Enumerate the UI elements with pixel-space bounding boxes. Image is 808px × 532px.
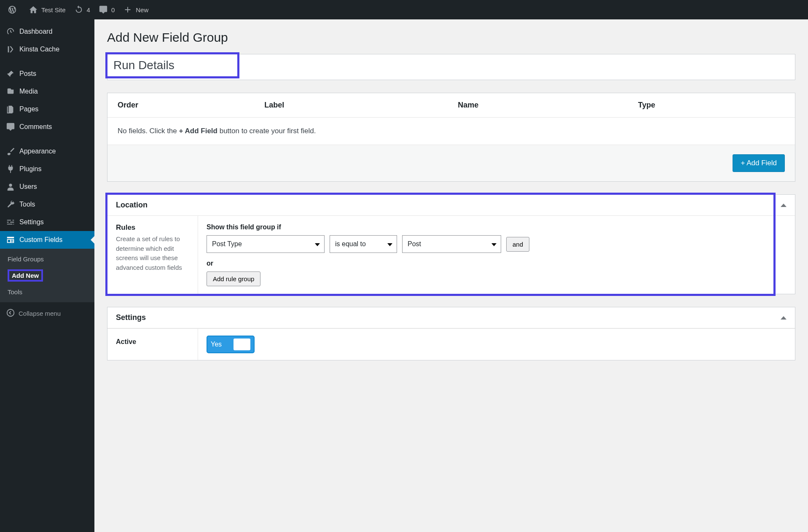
col-type: Type: [638, 101, 785, 110]
menu-appearance[interactable]: Appearance: [0, 142, 94, 160]
submenu-add-new-label: Add New: [8, 269, 43, 282]
updates-count: 4: [87, 6, 90, 13]
fields-header: Order Label Name Type: [107, 93, 795, 118]
home-icon: [29, 5, 38, 14]
comments-link[interactable]: 0: [94, 0, 119, 19]
settings-title-row: Settings: [107, 307, 795, 328]
submenu-field-groups[interactable]: Field Groups: [0, 252, 94, 266]
wordpress-icon: [8, 5, 17, 14]
new-label: New: [136, 6, 148, 13]
show-if-label: Show this field group if: [207, 223, 787, 231]
menu-pages[interactable]: Pages: [0, 100, 94, 118]
menu-tools[interactable]: Tools: [0, 196, 94, 213]
menu-settings[interactable]: Settings: [0, 213, 94, 231]
col-name: Name: [458, 101, 638, 110]
location-rules-desc: Rules Create a set of rules to determine…: [107, 216, 198, 294]
active-toggle-label: Yes: [211, 341, 222, 348]
settings-toggle-icon[interactable]: [781, 316, 787, 320]
pin-icon: [6, 69, 17, 78]
new-content-link[interactable]: New: [119, 0, 153, 19]
menu-dashboard[interactable]: Dashboard: [0, 23, 94, 40]
site-name-link[interactable]: Test Site: [24, 0, 70, 19]
or-label: or: [207, 260, 787, 267]
comments-count: 0: [111, 6, 115, 13]
dashboard-icon: [6, 27, 17, 36]
pages-icon: [6, 105, 17, 114]
location-box: Location Rules Create a set of rules to …: [107, 194, 795, 294]
location-toggle-icon[interactable]: [781, 204, 787, 207]
title-row: [107, 54, 795, 80]
rules-description: Create a set of rules to determine which…: [116, 234, 189, 272]
menu-media[interactable]: Media: [0, 83, 94, 100]
location-rules-area: Show this field group if Post Type is eq…: [198, 216, 795, 294]
menu-comments[interactable]: Comments: [0, 118, 94, 136]
custom-fields-submenu: Field Groups Add New Tools: [0, 249, 94, 302]
rule-param-select[interactable]: Post Type: [207, 235, 325, 253]
settings-title: Settings: [116, 313, 146, 322]
add-field-button[interactable]: + Add Field: [733, 154, 785, 172]
kinsta-icon: [6, 45, 17, 54]
col-label: Label: [264, 101, 458, 110]
fields-empty-message: No fields. Click the + Add Field button …: [107, 118, 795, 145]
main-content: Add New Field Group Order Label Name Typ…: [94, 19, 808, 532]
user-icon: [6, 182, 17, 191]
rule-value-select[interactable]: Post: [402, 235, 501, 253]
title-highlight: [105, 52, 239, 78]
comment-icon: [99, 5, 108, 14]
svg-point-0: [7, 309, 14, 317]
menu-posts[interactable]: Posts: [0, 65, 94, 83]
brush-icon: [6, 147, 17, 156]
fields-panel: Order Label Name Type No fields. Click t…: [107, 93, 795, 182]
menu-plugins[interactable]: Plugins: [0, 160, 94, 178]
fields-footer: + Add Field: [107, 145, 795, 181]
active-toggle[interactable]: Yes: [207, 336, 255, 353]
admin-toolbar: Test Site 4 0 New: [0, 0, 808, 19]
collapse-icon: [6, 308, 15, 319]
menu-users[interactable]: Users: [0, 178, 94, 196]
col-order: Order: [118, 101, 264, 110]
wp-logo[interactable]: [3, 0, 24, 19]
wrench-icon: [6, 200, 17, 209]
plus-icon: [123, 5, 132, 14]
plug-icon: [6, 164, 17, 174]
active-label: Active: [107, 329, 198, 360]
collapse-menu[interactable]: Collapse menu: [0, 302, 94, 325]
add-rule-group-button[interactable]: Add rule group: [207, 271, 260, 286]
rule-row: Post Type is equal to Post and: [207, 235, 787, 253]
media-icon: [6, 87, 17, 96]
update-icon: [74, 5, 83, 14]
menu-kinsta-cache[interactable]: Kinsta Cache: [0, 40, 94, 58]
add-and-rule-button[interactable]: and: [506, 237, 529, 252]
submenu-add-new[interactable]: Add New: [0, 266, 94, 285]
site-name: Test Site: [41, 6, 66, 13]
rule-operator-select[interactable]: is equal to: [330, 235, 397, 253]
rules-label: Rules: [116, 223, 189, 232]
field-group-title-input[interactable]: [113, 59, 231, 72]
page-title: Add New Field Group: [107, 30, 795, 45]
location-title-row: Location: [107, 195, 795, 216]
submenu-tools[interactable]: Tools: [0, 285, 94, 299]
menu-custom-fields[interactable]: Custom Fields: [0, 231, 94, 249]
updates-link[interactable]: 4: [70, 0, 94, 19]
toggle-knob: [234, 339, 250, 350]
custom-fields-icon: [6, 235, 17, 245]
admin-sidebar: Dashboard Kinsta Cache Posts Media Pages…: [0, 19, 94, 532]
location-title: Location: [116, 201, 148, 210]
settings-box: Settings Active Yes: [107, 307, 795, 360]
sliders-icon: [6, 218, 17, 227]
comments-icon: [6, 122, 17, 132]
